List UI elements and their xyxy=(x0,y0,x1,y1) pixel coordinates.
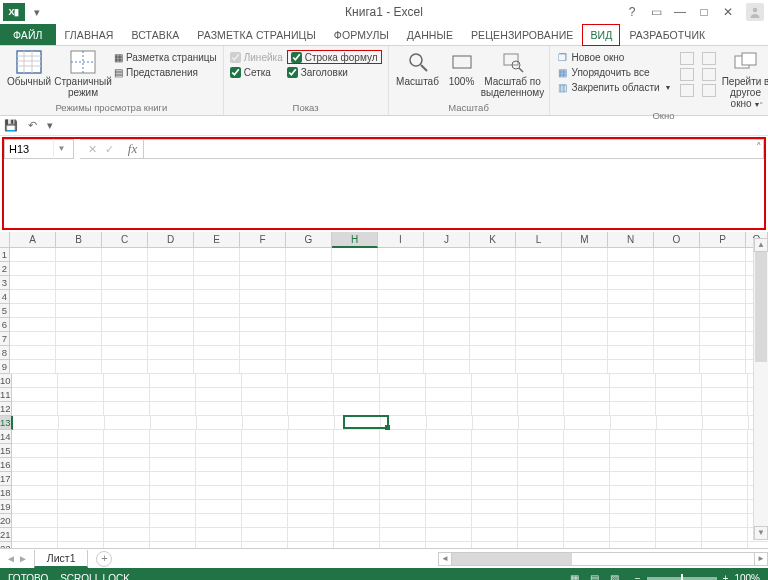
cell[interactable] xyxy=(518,374,564,388)
zoom-out-icon[interactable]: − xyxy=(635,573,641,581)
cell[interactable] xyxy=(58,388,104,402)
cell[interactable] xyxy=(700,346,746,360)
cell[interactable] xyxy=(470,304,516,318)
cell[interactable] xyxy=(332,304,378,318)
cell[interactable] xyxy=(656,514,702,528)
cell[interactable] xyxy=(426,514,472,528)
cell[interactable] xyxy=(10,304,56,318)
cell[interactable] xyxy=(56,318,102,332)
cell[interactable] xyxy=(288,402,334,416)
cell[interactable] xyxy=(10,318,56,332)
cell[interactable] xyxy=(150,402,196,416)
cell[interactable] xyxy=(562,318,608,332)
cell[interactable] xyxy=(334,388,380,402)
cell[interactable] xyxy=(516,346,562,360)
row-header-19[interactable]: 19 xyxy=(0,500,12,514)
cell[interactable] xyxy=(286,318,332,332)
cell[interactable] xyxy=(610,500,656,514)
cell[interactable] xyxy=(56,248,102,262)
custom-views-button[interactable]: ▤Представления xyxy=(114,65,217,79)
cell[interactable] xyxy=(148,304,194,318)
zoom-control[interactable]: − + 100% xyxy=(635,573,760,581)
minimize-icon[interactable]: — xyxy=(668,5,692,19)
new-window-button[interactable]: ❐Новое окно xyxy=(556,50,672,64)
cell[interactable] xyxy=(702,430,748,444)
row-header-12[interactable]: 12 xyxy=(0,402,12,416)
cell[interactable] xyxy=(332,318,378,332)
pagebreak-shortcut-icon[interactable]: ▧ xyxy=(605,573,625,581)
col-header-B[interactable]: B xyxy=(56,232,102,248)
cell[interactable] xyxy=(12,528,58,542)
vscroll-thumb[interactable] xyxy=(755,252,767,362)
cell[interactable] xyxy=(288,514,334,528)
cell[interactable] xyxy=(334,444,380,458)
cell[interactable] xyxy=(334,430,380,444)
cell[interactable] xyxy=(194,276,240,290)
cell[interactable] xyxy=(102,276,148,290)
cell[interactable] xyxy=(150,528,196,542)
cell[interactable] xyxy=(334,402,380,416)
cell[interactable] xyxy=(332,332,378,346)
cell[interactable] xyxy=(702,402,748,416)
sheet-nav-next-icon[interactable]: ► xyxy=(18,553,28,564)
cell[interactable] xyxy=(702,458,748,472)
cell[interactable] xyxy=(656,374,702,388)
cell[interactable] xyxy=(10,248,56,262)
cell[interactable] xyxy=(608,332,654,346)
cell[interactable] xyxy=(148,332,194,346)
view-shortcuts[interactable]: ▦▤▧ xyxy=(565,573,625,581)
row-header-15[interactable]: 15 xyxy=(0,444,12,458)
cell[interactable] xyxy=(654,360,700,374)
row-header-17[interactable]: 17 xyxy=(0,472,12,486)
cell[interactable] xyxy=(148,360,194,374)
cell[interactable] xyxy=(240,332,286,346)
cell[interactable] xyxy=(286,248,332,262)
enter-formula-icon[interactable]: ✓ xyxy=(105,143,114,156)
cell[interactable] xyxy=(610,486,656,500)
cell[interactable] xyxy=(196,388,242,402)
cell[interactable] xyxy=(427,416,473,430)
cell[interactable] xyxy=(104,528,150,542)
cell[interactable] xyxy=(56,276,102,290)
cell[interactable] xyxy=(242,486,288,500)
name-box-dropdown-icon[interactable]: ▼ xyxy=(53,139,69,159)
cell[interactable] xyxy=(472,472,518,486)
cell[interactable] xyxy=(380,388,426,402)
cell[interactable] xyxy=(518,514,564,528)
cell[interactable] xyxy=(334,472,380,486)
cell[interactable] xyxy=(470,262,516,276)
cell[interactable] xyxy=(150,444,196,458)
formula-bar-checkbox[interactable]: Строка формул xyxy=(287,50,382,64)
cell[interactable] xyxy=(518,388,564,402)
cell[interactable] xyxy=(654,318,700,332)
cell[interactable] xyxy=(102,332,148,346)
cell[interactable] xyxy=(608,276,654,290)
cell[interactable] xyxy=(12,500,58,514)
cell[interactable] xyxy=(518,458,564,472)
cell[interactable] xyxy=(194,360,240,374)
cell[interactable] xyxy=(150,486,196,500)
cell[interactable] xyxy=(289,416,335,430)
cell[interactable] xyxy=(702,444,748,458)
cell[interactable] xyxy=(516,360,562,374)
cell[interactable] xyxy=(10,262,56,276)
cell[interactable] xyxy=(426,374,472,388)
cell[interactable] xyxy=(12,374,58,388)
column-headers[interactable]: ABCDEFGHIJKLMNOPQ xyxy=(0,232,768,248)
cell[interactable] xyxy=(608,304,654,318)
cell[interactable] xyxy=(288,458,334,472)
cell[interactable] xyxy=(56,332,102,346)
row-header-20[interactable]: 20 xyxy=(0,514,12,528)
cell[interactable] xyxy=(472,430,518,444)
cell[interactable] xyxy=(194,290,240,304)
tab-page-layout[interactable]: РАЗМЕТКА СТРАНИЦЫ xyxy=(188,24,325,45)
cell[interactable] xyxy=(10,290,56,304)
cell[interactable] xyxy=(240,248,286,262)
cell[interactable] xyxy=(102,346,148,360)
cell[interactable] xyxy=(334,374,380,388)
row-header-9[interactable]: 9 xyxy=(0,360,10,374)
cell[interactable] xyxy=(424,360,470,374)
zoom-slider[interactable] xyxy=(647,577,717,580)
cell[interactable] xyxy=(334,458,380,472)
cell[interactable] xyxy=(381,416,427,430)
